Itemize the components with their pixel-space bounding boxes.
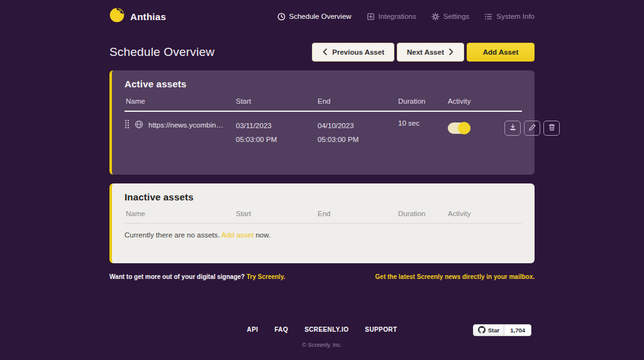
github-icon bbox=[478, 326, 486, 335]
anthias-logo-icon bbox=[109, 8, 125, 25]
github-star-widget[interactable]: Star 1,704 bbox=[473, 324, 531, 336]
github-star-label: Star bbox=[488, 327, 499, 334]
promo-row: Want to get more out of your digital sig… bbox=[109, 273, 535, 280]
drag-handle-icon[interactable] bbox=[125, 119, 130, 130]
add-asset-label: Add Asset bbox=[483, 48, 518, 56]
active-assets-table-header: Name Start End Duration Activity bbox=[125, 97, 522, 112]
nav-item-schedule-overview[interactable]: Schedule Overview bbox=[277, 13, 352, 21]
brand-name: Anthias bbox=[130, 11, 166, 22]
chevron-right-icon bbox=[448, 48, 454, 57]
nav-item-label: System Info bbox=[496, 13, 535, 20]
footer-link-faq[interactable]: FAQ bbox=[274, 326, 288, 333]
column-header-duration: Duration bbox=[398, 210, 448, 217]
column-header-start: Start bbox=[236, 210, 318, 217]
nav-item-label: Settings bbox=[443, 13, 470, 20]
download-icon bbox=[509, 123, 517, 133]
asset-name[interactable]: https://news.ycombinator... bbox=[148, 121, 227, 129]
page-title: Schedule Overview bbox=[109, 45, 214, 59]
promo-left-text: Want to get more out of your digital sig… bbox=[109, 273, 247, 280]
previous-asset-button[interactable]: Previous Asset bbox=[312, 43, 394, 62]
edit-asset-button[interactable] bbox=[524, 121, 540, 136]
copyright: © Screenly, Inc. bbox=[0, 342, 644, 348]
column-header-duration: Duration bbox=[398, 97, 448, 105]
nav-item-label: Schedule Overview bbox=[289, 13, 352, 20]
nav-item-integrations[interactable]: Integrations bbox=[367, 13, 416, 21]
activity-toggle[interactable] bbox=[448, 123, 470, 134]
asset-start: 03/11/2023 05:03:00 PM bbox=[236, 119, 318, 147]
delete-asset-button[interactable] bbox=[543, 121, 560, 136]
brand[interactable]: Anthias bbox=[109, 8, 166, 25]
asset-end: 04/10/2023 05:03:00 PM bbox=[318, 119, 398, 147]
nav-items: Schedule Overview Integrations Settings … bbox=[277, 13, 535, 21]
try-screenly-link[interactable]: Try Screenly. bbox=[247, 273, 286, 280]
inactive-assets-table-header: Name Start End Duration Activity bbox=[125, 210, 522, 224]
asset-duration: 10 sec bbox=[398, 119, 448, 127]
inactive-assets-panel: Inactive assets Name Start End Duration … bbox=[109, 183, 535, 263]
inactive-assets-title: Inactive assets bbox=[125, 192, 522, 202]
github-star-count: 1,704 bbox=[504, 325, 531, 335]
globe-icon bbox=[135, 120, 143, 130]
newsletter-link[interactable]: Get the latest Screenly news directly in… bbox=[375, 273, 535, 280]
empty-message-suffix: now. bbox=[253, 231, 270, 239]
footer-links: API FAQ SCREENLY.IO SUPPORT bbox=[0, 326, 644, 333]
footer-link-support[interactable]: SUPPORT bbox=[365, 326, 397, 333]
promo-left: Want to get more out of your digital sig… bbox=[109, 273, 286, 280]
footer: API FAQ SCREENLY.IO SUPPORT © Screenly, … bbox=[0, 322, 644, 360]
pencil-icon bbox=[528, 123, 536, 133]
add-asset-button[interactable]: Add Asset bbox=[467, 43, 535, 62]
footer-link-api[interactable]: API bbox=[247, 326, 258, 333]
column-header-start: Start bbox=[236, 97, 318, 105]
next-asset-button[interactable]: Next Asset bbox=[397, 43, 464, 62]
navbar: Anthias Schedule Overview Integrations S… bbox=[109, 0, 535, 33]
active-assets-panel: Active assets Name Start End Duration Ac… bbox=[109, 70, 535, 175]
asset-buttons: Previous Asset Next Asset Add Asset bbox=[312, 43, 535, 62]
empty-assets-message: Currently there are no assets. Add asset… bbox=[125, 231, 522, 239]
trash-icon bbox=[548, 123, 556, 133]
plus-square-icon bbox=[367, 13, 375, 21]
nav-item-system-info[interactable]: System Info bbox=[484, 13, 535, 21]
nav-item-settings[interactable]: Settings bbox=[431, 13, 470, 21]
add-asset-link[interactable]: Add asset bbox=[221, 231, 253, 239]
column-header-activity: Activity bbox=[448, 210, 504, 217]
column-header-name: Name bbox=[125, 210, 236, 217]
column-header-name: Name bbox=[125, 97, 236, 105]
active-assets-title: Active assets bbox=[125, 79, 522, 89]
nav-item-label: Integrations bbox=[379, 13, 416, 20]
clock-icon bbox=[277, 13, 286, 21]
chevron-left-icon bbox=[322, 48, 328, 57]
next-asset-label: Next Asset bbox=[407, 48, 444, 56]
column-header-activity: Activity bbox=[448, 97, 504, 105]
row-actions bbox=[504, 121, 560, 136]
table-row: https://news.ycombinator... 03/11/2023 0… bbox=[125, 119, 522, 147]
list-icon bbox=[484, 13, 492, 21]
column-header-end: End bbox=[318, 210, 398, 217]
gear-icon bbox=[431, 13, 440, 21]
download-asset-button[interactable] bbox=[504, 121, 521, 136]
toggle-knob bbox=[458, 122, 470, 134]
column-header-end: End bbox=[318, 97, 398, 105]
empty-message-prefix: Currently there are no assets. bbox=[125, 231, 221, 239]
footer-link-screenly-io[interactable]: SCREENLY.IO bbox=[304, 326, 348, 333]
previous-asset-label: Previous Asset bbox=[332, 48, 384, 56]
